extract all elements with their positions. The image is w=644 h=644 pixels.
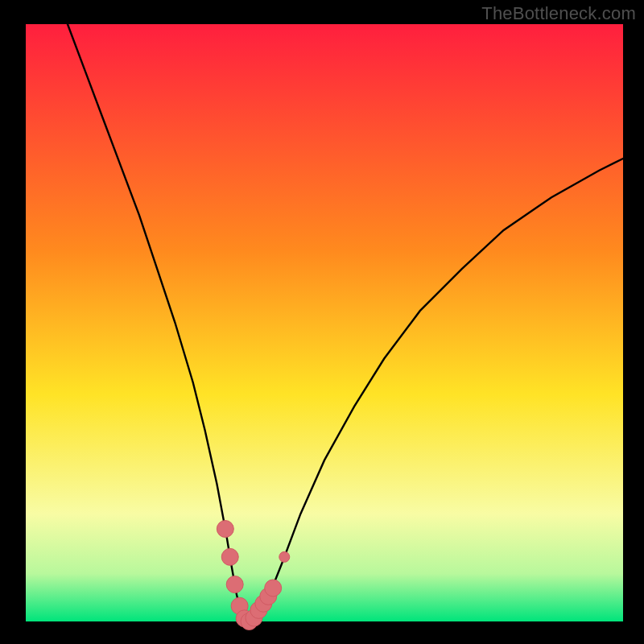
chart-stage: { "watermark": "TheBottleneck.com", "col…	[0, 0, 644, 644]
gradient-background	[26, 24, 623, 621]
marker-dot	[265, 580, 282, 597]
marker-dot	[226, 576, 243, 593]
marker-dot	[217, 520, 233, 537]
marker-dot	[221, 548, 238, 565]
watermark-text: TheBottleneck.com	[481, 3, 636, 24]
bottleneck-chart	[0, 0, 644, 644]
marker-dot	[279, 551, 290, 562]
